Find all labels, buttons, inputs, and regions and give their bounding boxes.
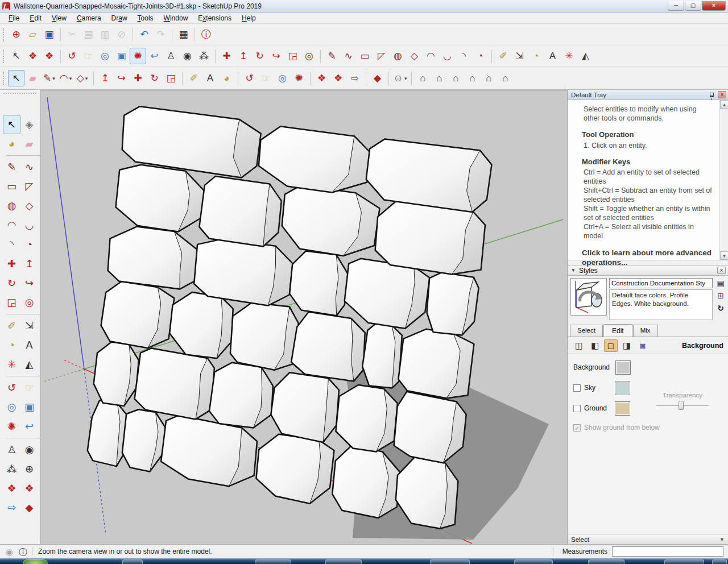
menu-camera[interactable]: Camera bbox=[72, 13, 106, 23]
three-point-arc-button[interactable]: ◝ bbox=[3, 235, 20, 254]
zoom-button[interactable]: ◎ bbox=[3, 397, 20, 417]
rectangle-button[interactable]: ▭ bbox=[357, 48, 373, 64]
view-left-button[interactable]: ⌂ bbox=[497, 70, 514, 86]
walk-button[interactable]: ⁂ bbox=[196, 48, 212, 64]
ground-checkbox[interactable] bbox=[573, 405, 581, 412]
pie-button[interactable]: ◔ bbox=[20, 235, 38, 254]
extension-warehouse-button[interactable]: ◆ bbox=[20, 498, 38, 517]
send-to-layout-button[interactable]: ❖ bbox=[24, 48, 41, 64]
select-tool-button[interactable]: ↖ bbox=[8, 48, 24, 64]
push-pull-button[interactable]: ↥ bbox=[97, 70, 113, 86]
view-right-button[interactable]: ⌂ bbox=[464, 70, 481, 86]
pin-icon[interactable] bbox=[710, 93, 714, 97]
scroll-up-icon[interactable]: ▲ bbox=[720, 100, 728, 109]
credits-info-icon[interactable]: ⓘ bbox=[19, 548, 27, 556]
text-button[interactable]: A bbox=[202, 70, 218, 86]
secondary-pane-icon[interactable]: ▤ bbox=[717, 279, 724, 287]
freehand-button[interactable]: ∿ bbox=[20, 157, 38, 177]
move-button[interactable]: ✚ bbox=[218, 48, 235, 64]
look-around-button[interactable]: ◉ bbox=[179, 48, 196, 64]
3d-text-button[interactable]: ◭ bbox=[577, 48, 594, 64]
move-button[interactable]: ✚ bbox=[130, 70, 146, 86]
background-color-swatch[interactable] bbox=[615, 360, 631, 375]
two-point-arc-button[interactable]: ◡ bbox=[439, 48, 456, 64]
zoom-window-button[interactable]: ▣ bbox=[20, 397, 38, 417]
view-back-button[interactable]: ⌂ bbox=[481, 70, 497, 86]
view-top-button[interactable]: ⌂ bbox=[431, 70, 448, 86]
protractor-button[interactable]: ◔ bbox=[3, 335, 20, 355]
get-models-button[interactable]: ❖ bbox=[20, 479, 38, 498]
transparency-slider[interactable] bbox=[656, 401, 709, 410]
slider-thumb[interactable] bbox=[679, 401, 684, 410]
dimension-button[interactable]: ⇲ bbox=[20, 316, 38, 335]
two-point-arc-button[interactable]: ◡ bbox=[20, 215, 38, 235]
select-collapsed-panel[interactable]: Select ▼ bbox=[568, 534, 728, 544]
scale-button[interactable]: ◲ bbox=[163, 70, 179, 86]
restore-button[interactable]: ▢ bbox=[685, 1, 701, 11]
zoom-window-button[interactable]: ▣ bbox=[113, 48, 130, 64]
pie-button[interactable]: ◔ bbox=[472, 48, 489, 64]
follow-me-button[interactable]: ↪ bbox=[113, 70, 130, 86]
taskbar-button[interactable] bbox=[712, 559, 727, 564]
three-point-arc-button[interactable]: ◝ bbox=[456, 48, 472, 64]
style-thumbnail[interactable] bbox=[570, 278, 607, 316]
select-button[interactable]: ↖ bbox=[3, 115, 20, 134]
orbit-button[interactable]: ↺ bbox=[241, 70, 258, 86]
new-model-button[interactable]: ⊕ bbox=[8, 26, 24, 43]
start-button[interactable] bbox=[23, 559, 48, 564]
stone-wall-model[interactable] bbox=[88, 106, 492, 529]
sky-color-swatch[interactable] bbox=[615, 381, 630, 395]
look-around-button[interactable]: ◉ bbox=[20, 440, 38, 459]
arc-button[interactable]: ◠ bbox=[423, 48, 439, 64]
eraser-button[interactable]: ▰ bbox=[24, 70, 41, 86]
zoom-extents-button[interactable]: ✺ bbox=[3, 417, 20, 436]
3d-warehouse-button[interactable]: ❖ bbox=[313, 70, 330, 86]
eraser-button[interactable]: ▰ bbox=[20, 134, 38, 154]
collapse-triangle-icon[interactable]: ▼ bbox=[571, 268, 576, 273]
position-camera-button[interactable]: ♙ bbox=[163, 48, 179, 64]
model-info-button[interactable]: ⓘ bbox=[198, 26, 214, 43]
offset-button[interactable]: ◎ bbox=[20, 293, 38, 312]
toolbar-grip[interactable] bbox=[3, 72, 5, 85]
move-button[interactable]: ✚ bbox=[3, 254, 20, 273]
section-plane-button[interactable]: ⊕ bbox=[20, 459, 38, 479]
taskbar-button[interactable] bbox=[664, 559, 704, 564]
taskbar-button[interactable] bbox=[255, 559, 291, 564]
account-button[interactable]: ☺▾ bbox=[392, 70, 408, 86]
orbit-button[interactable]: ↺ bbox=[64, 48, 80, 64]
open-model-button[interactable]: ▱ bbox=[24, 26, 41, 43]
menu-window[interactable]: Window bbox=[159, 13, 193, 23]
modeling-settings-button[interactable]: ◙ bbox=[636, 339, 650, 352]
undo-button[interactable]: ↶ bbox=[136, 26, 152, 43]
arcs-button[interactable]: ◠▾ bbox=[57, 70, 74, 86]
edge-settings-button[interactable]: ◫ bbox=[572, 339, 586, 352]
tab-mix[interactable]: Mix bbox=[633, 325, 658, 337]
axes-button[interactable]: ✳ bbox=[3, 355, 20, 374]
windows-taskbar[interactable] bbox=[0, 558, 728, 564]
follow-me-button[interactable]: ↪ bbox=[20, 273, 38, 293]
axes-button[interactable]: ✳ bbox=[561, 48, 577, 64]
line-button[interactable]: ✎▾ bbox=[41, 70, 57, 86]
style-name-input[interactable] bbox=[609, 278, 713, 288]
send-to-layout-button[interactable]: ⇨ bbox=[346, 70, 363, 86]
circle-button[interactable]: ◍ bbox=[3, 196, 20, 215]
minimize-button[interactable]: ─ bbox=[668, 1, 684, 11]
measurements-input[interactable] bbox=[612, 546, 723, 557]
menu-draw[interactable]: Draw bbox=[106, 13, 133, 23]
dropdown-arrow-icon[interactable]: ▾ bbox=[52, 76, 55, 81]
freehand-button[interactable]: ∿ bbox=[340, 48, 357, 64]
export-graphic-button[interactable]: ❖ bbox=[41, 48, 57, 64]
shapes-button[interactable]: ◇▾ bbox=[74, 70, 90, 86]
taskbar-button[interactable] bbox=[122, 559, 143, 564]
menu-file[interactable]: File bbox=[3, 13, 24, 23]
tape-measure-button[interactable]: ✐ bbox=[3, 316, 20, 335]
follow-me-button[interactable]: ↪ bbox=[268, 48, 284, 64]
3d-warehouse-button[interactable]: ❖ bbox=[3, 479, 20, 498]
rotate-button[interactable]: ↻ bbox=[251, 48, 268, 64]
tab-edit[interactable]: Edit bbox=[603, 324, 632, 337]
tape-measure-button[interactable]: ✐ bbox=[185, 70, 202, 86]
text-button[interactable]: A bbox=[544, 48, 561, 64]
ground-color-swatch[interactable] bbox=[615, 401, 630, 416]
3d-viewport[interactable] bbox=[41, 90, 567, 544]
circle-button[interactable]: ◍ bbox=[390, 48, 406, 64]
